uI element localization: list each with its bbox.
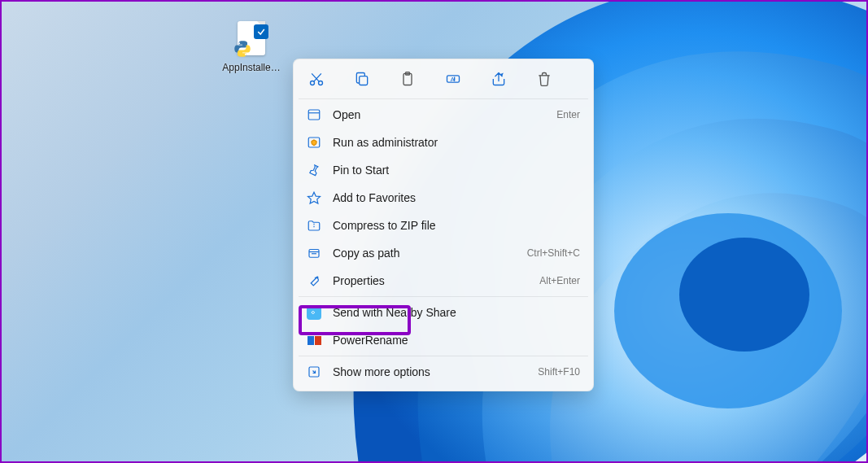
menu-item-shortcut: Enter bbox=[556, 109, 580, 120]
star-icon bbox=[307, 190, 321, 205]
svg-point-5 bbox=[319, 81, 323, 85]
context-menu: A Open Enter Run as administrator Pin to… bbox=[293, 59, 594, 391]
desktop-file-label: AppInstalle… bbox=[221, 62, 281, 73]
shield-icon bbox=[307, 135, 321, 150]
menu-item-run-admin[interactable]: Run as administrator bbox=[299, 129, 588, 156]
svg-point-23 bbox=[316, 277, 318, 278]
menu-item-nearby-share[interactable]: Send with Nearby Share bbox=[299, 299, 588, 326]
menu-item-label: Copy as path bbox=[333, 247, 516, 260]
separator bbox=[299, 296, 588, 297]
menu-item-shortcut: Shift+F10 bbox=[538, 366, 580, 378]
expand-icon bbox=[307, 365, 321, 379]
nearby-share-icon bbox=[307, 305, 321, 320]
menu-item-label: Open bbox=[333, 108, 545, 121]
quick-actions-row: A bbox=[299, 64, 588, 97]
menu-item-label: Run as administrator bbox=[333, 136, 580, 149]
menu-item-powerrename[interactable]: PowerRename bbox=[299, 326, 588, 354]
window-icon bbox=[307, 107, 321, 122]
separator bbox=[299, 98, 588, 99]
desktop-file-icon[interactable]: AppInstalle… bbox=[221, 21, 281, 73]
appinstaller-file-icon bbox=[233, 21, 270, 59]
share-icon[interactable] bbox=[489, 69, 508, 89]
menu-item-label: PowerRename bbox=[333, 334, 580, 347]
menu-item-label: Send with Nearby Share bbox=[333, 306, 580, 319]
copy-icon[interactable] bbox=[352, 69, 372, 89]
menu-item-shortcut: Ctrl+Shift+C bbox=[527, 247, 580, 259]
wrench-icon bbox=[307, 273, 321, 288]
menu-item-label: Compress to ZIP file bbox=[333, 219, 580, 232]
svg-text:A: A bbox=[451, 76, 455, 83]
menu-item-label: Pin to Start bbox=[333, 164, 580, 177]
menu-item-open[interactable]: Open Enter bbox=[299, 101, 588, 129]
svg-marker-17 bbox=[308, 192, 321, 203]
paste-icon[interactable] bbox=[398, 69, 417, 89]
menu-item-label: Show more options bbox=[333, 365, 526, 378]
menu-item-add-favorites[interactable]: Add to Favorites bbox=[299, 184, 588, 212]
svg-point-1 bbox=[679, 238, 809, 352]
zip-icon bbox=[307, 218, 321, 233]
pin-icon bbox=[307, 163, 321, 177]
powerrename-icon bbox=[307, 333, 321, 347]
svg-point-2 bbox=[238, 42, 240, 44]
menu-item-label: Add to Favorites bbox=[333, 191, 580, 204]
cut-icon[interactable] bbox=[307, 69, 326, 89]
menu-item-pin-start[interactable]: Pin to Start bbox=[299, 156, 588, 184]
svg-point-4 bbox=[311, 81, 315, 85]
separator bbox=[299, 356, 588, 356]
copy-path-icon bbox=[307, 246, 321, 260]
svg-rect-14 bbox=[308, 110, 320, 120]
menu-item-more-options[interactable]: Show more options Shift+F10 bbox=[299, 358, 588, 386]
menu-item-compress-zip[interactable]: Compress to ZIP file bbox=[299, 212, 588, 239]
svg-point-3 bbox=[245, 54, 246, 55]
menu-item-label: Properties bbox=[333, 274, 528, 287]
menu-item-copy-path[interactable]: Copy as path Ctrl+Shift+C bbox=[299, 239, 588, 267]
menu-item-properties[interactable]: Properties Alt+Enter bbox=[299, 267, 588, 295]
menu-item-shortcut: Alt+Enter bbox=[539, 275, 580, 286]
rename-icon[interactable]: A bbox=[443, 69, 463, 89]
delete-icon[interactable] bbox=[534, 69, 554, 89]
svg-rect-8 bbox=[360, 76, 368, 85]
